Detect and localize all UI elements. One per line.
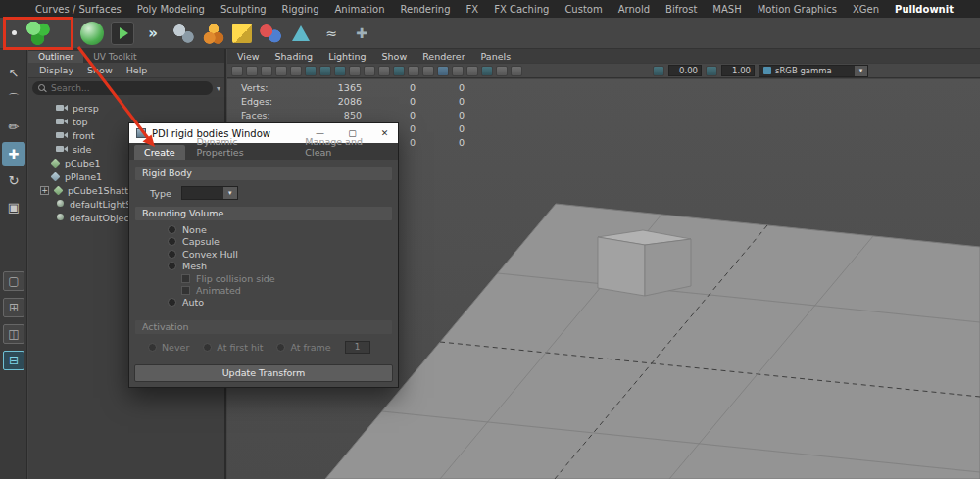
textured-icon[interactable] xyxy=(334,66,346,76)
xray-joints-icon[interactable] xyxy=(466,66,478,76)
layout-custom-button[interactable]: ⊟ xyxy=(3,351,24,370)
tab-manage-and-clean[interactable]: Manage and Clean xyxy=(295,134,398,160)
select-tool-icon[interactable]: ↖ xyxy=(2,61,25,84)
menu-renderer[interactable]: Renderer xyxy=(415,51,472,62)
checkbox-animated[interactable]: Animated xyxy=(134,284,393,296)
shelf-tab-custom[interactable]: Custom xyxy=(557,4,610,15)
gamma-field[interactable]: 1.00 xyxy=(721,65,755,76)
tab-uv-toolkit[interactable]: UV Toolkit xyxy=(83,51,146,63)
type-dropdown[interactable]: ▾ xyxy=(181,186,238,200)
image-plane-icon[interactable] xyxy=(290,66,302,76)
checkbox-flip-collision-side[interactable]: Flip collision side xyxy=(134,272,393,284)
wireframe-icon[interactable] xyxy=(305,66,317,76)
checkbox-label: Animated xyxy=(196,285,241,296)
shelf-gears-icon[interactable] xyxy=(172,22,195,45)
search-filter-chevron-icon[interactable]: ▾ xyxy=(217,84,220,93)
menu-view[interactable]: View xyxy=(229,51,268,62)
hud-label: Verts: xyxy=(241,82,278,93)
scale-tool-icon[interactable]: ▣ xyxy=(2,195,25,218)
outliner-item-persp[interactable]: persp xyxy=(28,101,224,115)
radio-none[interactable]: None xyxy=(134,223,393,236)
radio-convex-hull[interactable]: Convex Hull xyxy=(134,248,393,261)
gate-mask-icon[interactable] xyxy=(496,66,508,76)
screen-space-ao-icon[interactable] xyxy=(378,66,390,76)
lasso-tool-icon[interactable]: ⌒ xyxy=(2,88,25,112)
expand-plus-icon[interactable]: + xyxy=(40,186,49,195)
shelf-arrows-icon[interactable]: » xyxy=(141,22,165,45)
menu-show[interactable]: Show xyxy=(374,51,416,62)
shelf-tool-icon[interactable]: ✚ xyxy=(350,22,373,45)
shaded-icon[interactable] xyxy=(319,66,331,76)
shelf-tab-poly-modeling[interactable]: Poly Modeling xyxy=(129,4,213,15)
hud-value: 0 xyxy=(362,110,416,120)
bookmarks-icon[interactable] xyxy=(275,66,287,76)
menu-display[interactable]: Display xyxy=(32,65,80,75)
layout-single-pane-button[interactable]: ▢ xyxy=(3,271,24,291)
search-input[interactable] xyxy=(51,83,207,93)
shelf-tab-animation[interactable]: Animation xyxy=(327,4,393,15)
shelf-tab-xgen[interactable]: XGen xyxy=(845,4,887,15)
move-tool-icon[interactable]: ✚ xyxy=(2,142,25,166)
search-box[interactable] xyxy=(32,81,213,95)
shelf-tab-arnold[interactable]: Arnold xyxy=(611,4,658,15)
lock-camera-icon[interactable] xyxy=(246,66,258,76)
shelf-tab-rigging[interactable]: Rigging xyxy=(274,4,327,15)
select-camera-icon[interactable] xyxy=(231,66,243,76)
multisample-icon[interactable] xyxy=(408,66,419,76)
shelf-tab-motion-graphics[interactable]: Motion Graphics xyxy=(750,4,845,15)
resolution-gate-icon[interactable] xyxy=(481,66,493,76)
viewport-toolbar-right: 0.00 1.00 sRGB gamma ▾ xyxy=(653,65,976,77)
use-all-lights-icon[interactable] xyxy=(349,66,361,76)
menu-help[interactable]: Help xyxy=(120,65,155,75)
hud-label: Edges: xyxy=(241,96,278,107)
view-transform-dropdown[interactable]: sRGB gamma ▾ xyxy=(759,65,868,77)
cube-pcube1[interactable] xyxy=(598,230,691,296)
exposure-icon[interactable] xyxy=(653,66,664,76)
rotate-tool-icon[interactable]: ↻ xyxy=(2,168,25,192)
radio-label: Convex Hull xyxy=(182,249,238,260)
camera-attributes-icon[interactable] xyxy=(261,66,272,76)
shelf-tab-rendering[interactable]: Rendering xyxy=(392,4,458,15)
shadows-icon[interactable] xyxy=(364,66,375,76)
radio-auto[interactable]: Auto xyxy=(134,296,393,309)
shelf-cube-icon[interactable] xyxy=(232,24,252,43)
xray-icon[interactable] xyxy=(452,66,464,76)
shelf-tab-fx[interactable]: FX xyxy=(459,4,487,15)
radio-mesh[interactable]: Mesh xyxy=(134,261,393,273)
isolate-select-icon[interactable] xyxy=(437,66,449,76)
shelf-tab-curves-surfaces[interactable]: Curves / Surfaces xyxy=(27,4,129,15)
shelf-tab-mash[interactable]: MASH xyxy=(705,4,749,15)
update-transform-button[interactable]: Update Transform xyxy=(134,364,393,382)
depth-of-field-icon[interactable] xyxy=(422,66,434,76)
paint-select-tool-icon[interactable]: ✏ xyxy=(2,115,25,138)
section-rigid-body[interactable]: Rigid Body xyxy=(135,167,392,180)
motion-blur-icon[interactable] xyxy=(393,66,405,76)
menu-show[interactable]: Show xyxy=(80,65,120,75)
field-chart-icon[interactable] xyxy=(511,66,522,76)
shelf-fracture-bodies-icon[interactable] xyxy=(202,22,225,45)
radio-at-frame: At frame xyxy=(276,342,330,353)
shelf-cone-icon[interactable] xyxy=(289,22,313,45)
tab-create[interactable]: Create xyxy=(134,145,185,160)
shelf-tab-bifrost[interactable]: Bifrost xyxy=(658,4,705,15)
menu-panels[interactable]: Panels xyxy=(473,51,519,62)
radio-capsule[interactable]: Capsule xyxy=(134,236,393,249)
shelf-sphere-icon[interactable] xyxy=(80,22,104,45)
tab-dynamic-properties[interactable]: Dynamic Properties xyxy=(187,134,294,160)
exposure-field[interactable]: 0.00 xyxy=(668,65,702,76)
shelf-play-icon[interactable] xyxy=(111,22,134,45)
item-label: persp xyxy=(73,103,99,114)
shelf-tab-fx-caching[interactable]: FX Caching xyxy=(486,4,557,15)
layout-split-pane-button[interactable]: ◫ xyxy=(3,324,24,344)
tab-outliner[interactable]: Outliner xyxy=(28,51,83,63)
layout-four-pane-button[interactable]: ⊞ xyxy=(3,298,24,317)
section-bounding-volume[interactable]: Bounding Volume xyxy=(135,207,392,220)
gamma-icon[interactable] xyxy=(706,66,717,76)
shelf-tab-sculpting[interactable]: Sculpting xyxy=(213,4,274,15)
shelf-curve-icon[interactable]: ≈ xyxy=(319,22,343,45)
menu-shading[interactable]: Shading xyxy=(268,51,321,62)
hud-value: 0 xyxy=(416,137,465,148)
menu-lighting[interactable]: Lighting xyxy=(320,51,373,62)
shelf-bodies-pair-icon[interactable] xyxy=(259,22,282,45)
shelf-tab-pulldownit[interactable]: Pulldownit xyxy=(887,4,961,15)
